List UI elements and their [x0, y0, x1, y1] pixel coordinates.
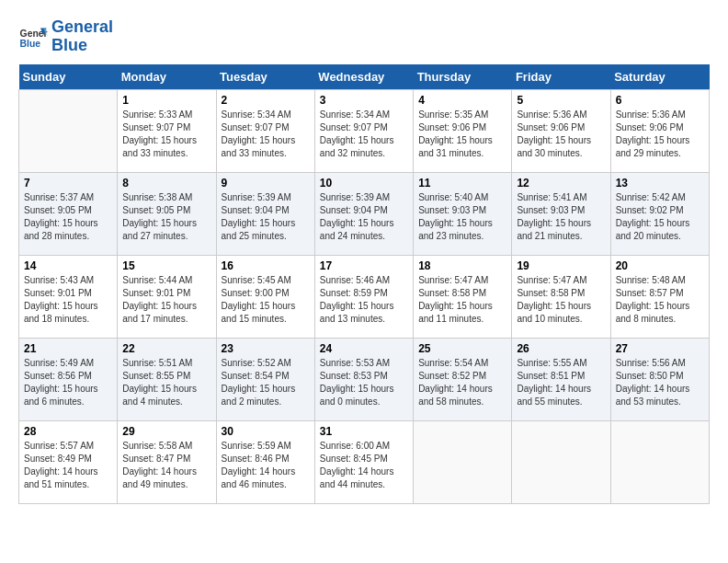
day-info: Sunrise: 5:59 AMSunset: 8:46 PMDaylight:…	[222, 440, 310, 491]
day-number: 19	[517, 259, 605, 272]
day-info: Sunrise: 5:37 AMSunset: 9:05 PMDaylight:…	[24, 191, 112, 243]
day-info: Sunrise: 5:49 AMSunset: 8:56 PMDaylight:…	[24, 357, 112, 408]
day-number: 16	[222, 259, 310, 272]
day-info: Sunrise: 5:36 AMSunset: 9:06 PMDaylight:…	[616, 109, 704, 160]
calendar-cell: 14 Sunrise: 5:43 AMSunset: 9:01 PMDaylig…	[19, 255, 118, 338]
calendar-cell: 22 Sunrise: 5:51 AMSunset: 8:55 PMDaylig…	[118, 338, 216, 420]
day-info: Sunrise: 5:56 AMSunset: 8:50 PMDaylight:…	[616, 357, 704, 408]
day-info: Sunrise: 5:47 AMSunset: 8:58 PMDaylight:…	[418, 274, 506, 326]
calendar-cell: 10 Sunrise: 5:39 AMSunset: 9:04 PMDaylig…	[314, 172, 413, 255]
day-info: Sunrise: 5:44 AMSunset: 9:01 PMDaylight:…	[122, 274, 210, 326]
day-info: Sunrise: 5:52 AMSunset: 8:54 PMDaylight:…	[222, 357, 310, 408]
col-header-thursday: Thursday	[414, 64, 512, 90]
day-number: 29	[122, 425, 210, 438]
day-info: Sunrise: 5:45 AMSunset: 9:00 PMDaylight:…	[222, 274, 310, 326]
day-number: 21	[24, 342, 112, 355]
day-info: Sunrise: 5:34 AMSunset: 9:07 PMDaylight:…	[222, 109, 310, 160]
calendar-cell: 27 Sunrise: 5:56 AMSunset: 8:50 PMDaylig…	[610, 338, 709, 420]
day-info: Sunrise: 5:55 AMSunset: 8:51 PMDaylight:…	[517, 357, 605, 408]
day-number: 30	[222, 425, 310, 438]
calendar-cell: 29 Sunrise: 5:58 AMSunset: 8:47 PMDaylig…	[118, 420, 216, 503]
calendar-cell	[512, 420, 610, 503]
day-number: 23	[222, 342, 310, 355]
day-info: Sunrise: 5:57 AMSunset: 8:49 PMDaylight:…	[24, 440, 112, 491]
calendar-week-4: 21 Sunrise: 5:49 AMSunset: 8:56 PMDaylig…	[19, 338, 710, 420]
calendar-cell: 24 Sunrise: 5:53 AMSunset: 8:53 PMDaylig…	[314, 338, 413, 420]
calendar-cell: 4 Sunrise: 5:35 AMSunset: 9:06 PMDayligh…	[414, 89, 512, 172]
day-number: 25	[418, 342, 506, 355]
calendar-cell: 25 Sunrise: 5:54 AMSunset: 8:52 PMDaylig…	[414, 338, 512, 420]
logo-text-line1: General	[51, 18, 113, 37]
svg-text:Blue: Blue	[20, 39, 41, 49]
calendar-cell: 26 Sunrise: 5:55 AMSunset: 8:51 PMDaylig…	[512, 338, 610, 420]
calendar-week-2: 7 Sunrise: 5:37 AMSunset: 9:05 PMDayligh…	[19, 172, 710, 255]
calendar-cell: 16 Sunrise: 5:45 AMSunset: 9:00 PMDaylig…	[216, 255, 314, 338]
day-number: 15	[122, 259, 210, 272]
calendar-cell: 18 Sunrise: 5:47 AMSunset: 8:58 PMDaylig…	[414, 255, 512, 338]
calendar-cell: 19 Sunrise: 5:47 AMSunset: 8:58 PMDaylig…	[512, 255, 610, 338]
day-number: 10	[320, 177, 408, 190]
day-number: 13	[616, 177, 704, 190]
calendar-cell: 13 Sunrise: 5:42 AMSunset: 9:02 PMDaylig…	[610, 172, 709, 255]
calendar-cell	[19, 89, 118, 172]
day-number: 18	[418, 259, 506, 272]
day-info: Sunrise: 5:36 AMSunset: 9:06 PMDaylight:…	[517, 109, 605, 160]
calendar-table: SundayMondayTuesdayWednesdayThursdayFrid…	[18, 64, 710, 504]
day-number: 4	[418, 94, 506, 107]
calendar-cell: 30 Sunrise: 5:59 AMSunset: 8:46 PMDaylig…	[216, 420, 314, 503]
day-info: Sunrise: 5:39 AMSunset: 9:04 PMDaylight:…	[320, 191, 408, 243]
calendar-cell: 23 Sunrise: 5:52 AMSunset: 8:54 PMDaylig…	[216, 338, 314, 420]
day-number: 12	[517, 177, 605, 190]
day-number: 26	[517, 342, 605, 355]
calendar-week-1: 1 Sunrise: 5:33 AMSunset: 9:07 PMDayligh…	[19, 89, 710, 172]
calendar-cell: 12 Sunrise: 5:41 AMSunset: 9:03 PMDaylig…	[512, 172, 610, 255]
day-info: Sunrise: 5:35 AMSunset: 9:06 PMDaylight:…	[418, 109, 506, 160]
logo: General Blue General Blue	[18, 18, 113, 55]
day-number: 20	[616, 259, 704, 272]
day-number: 24	[320, 342, 408, 355]
day-info: Sunrise: 5:54 AMSunset: 8:52 PMDaylight:…	[418, 357, 506, 408]
day-info: Sunrise: 5:53 AMSunset: 8:53 PMDaylight:…	[320, 357, 408, 408]
logo-icon: General Blue	[18, 22, 48, 52]
day-info: Sunrise: 5:43 AMSunset: 9:01 PMDaylight:…	[24, 274, 112, 326]
calendar-cell: 3 Sunrise: 5:34 AMSunset: 9:07 PMDayligh…	[314, 89, 413, 172]
calendar-cell: 5 Sunrise: 5:36 AMSunset: 9:06 PMDayligh…	[512, 89, 610, 172]
calendar-header-row: SundayMondayTuesdayWednesdayThursdayFrid…	[19, 64, 710, 90]
calendar-cell: 1 Sunrise: 5:33 AMSunset: 9:07 PMDayligh…	[118, 89, 216, 172]
calendar-cell	[414, 420, 512, 503]
col-header-wednesday: Wednesday	[314, 64, 413, 90]
calendar-cell: 2 Sunrise: 5:34 AMSunset: 9:07 PMDayligh…	[216, 89, 314, 172]
calendar-cell: 9 Sunrise: 5:39 AMSunset: 9:04 PMDayligh…	[216, 172, 314, 255]
calendar-week-3: 14 Sunrise: 5:43 AMSunset: 9:01 PMDaylig…	[19, 255, 710, 338]
day-info: Sunrise: 5:51 AMSunset: 8:55 PMDaylight:…	[122, 357, 210, 408]
day-info: Sunrise: 6:00 AMSunset: 8:45 PMDaylight:…	[320, 440, 408, 491]
calendar-cell: 7 Sunrise: 5:37 AMSunset: 9:05 PMDayligh…	[19, 172, 118, 255]
day-number: 28	[24, 425, 112, 438]
day-number: 11	[418, 177, 506, 190]
calendar-cell: 21 Sunrise: 5:49 AMSunset: 8:56 PMDaylig…	[19, 338, 118, 420]
day-number: 3	[320, 94, 408, 107]
day-info: Sunrise: 5:48 AMSunset: 8:57 PMDaylight:…	[616, 274, 704, 326]
day-number: 22	[122, 342, 210, 355]
day-number: 1	[122, 94, 210, 107]
calendar-week-5: 28 Sunrise: 5:57 AMSunset: 8:49 PMDaylig…	[19, 420, 710, 503]
day-info: Sunrise: 5:47 AMSunset: 8:58 PMDaylight:…	[517, 274, 605, 326]
day-info: Sunrise: 5:42 AMSunset: 9:02 PMDaylight:…	[616, 191, 704, 243]
calendar-cell: 8 Sunrise: 5:38 AMSunset: 9:05 PMDayligh…	[118, 172, 216, 255]
day-number: 9	[222, 177, 310, 190]
day-number: 14	[24, 259, 112, 272]
day-info: Sunrise: 5:58 AMSunset: 8:47 PMDaylight:…	[122, 440, 210, 491]
day-number: 2	[222, 94, 310, 107]
calendar-cell: 11 Sunrise: 5:40 AMSunset: 9:03 PMDaylig…	[414, 172, 512, 255]
day-number: 27	[616, 342, 704, 355]
col-header-sunday: Sunday	[19, 64, 118, 90]
calendar-cell: 17 Sunrise: 5:46 AMSunset: 8:59 PMDaylig…	[314, 255, 413, 338]
calendar-cell: 6 Sunrise: 5:36 AMSunset: 9:06 PMDayligh…	[610, 89, 709, 172]
day-number: 5	[517, 94, 605, 107]
day-info: Sunrise: 5:39 AMSunset: 9:04 PMDaylight:…	[222, 191, 310, 243]
col-header-tuesday: Tuesday	[216, 64, 314, 90]
calendar-cell: 15 Sunrise: 5:44 AMSunset: 9:01 PMDaylig…	[118, 255, 216, 338]
day-info: Sunrise: 5:38 AMSunset: 9:05 PMDaylight:…	[122, 191, 210, 243]
day-number: 7	[24, 177, 112, 190]
day-info: Sunrise: 5:34 AMSunset: 9:07 PMDaylight:…	[320, 109, 408, 160]
